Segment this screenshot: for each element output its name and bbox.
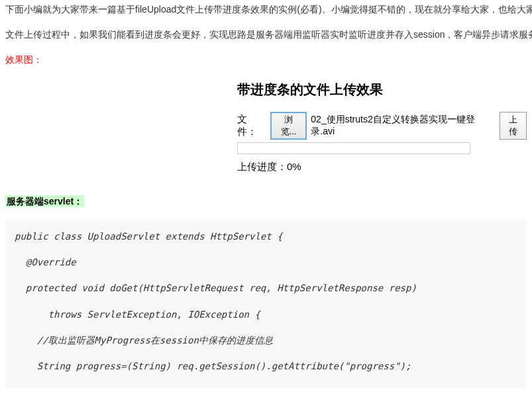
intro-paragraph-1: 下面小编就为大家带来一篇基于fileUpload文件上传带进度条效果的实例(必看… (5, 0, 527, 19)
demo-screenshot: 带进度条的文件上传效果 文件： 浏览... 02_使用struts2自定义转换器… (5, 74, 527, 187)
browse-button[interactable]: 浏览... (270, 112, 307, 140)
file-label: 文件： (237, 113, 266, 138)
progress-bar (237, 142, 470, 154)
upload-button[interactable]: 上传 (500, 112, 527, 140)
progress-text: 上传进度：0% (237, 161, 527, 173)
section-effect-heading: 效果图： (5, 50, 527, 69)
section-servlet-heading: 服务器端servlet： (5, 195, 84, 207)
file-chooser-row: 文件： 浏览... 02_使用struts2自定义转换器实现一键登录.avi 上… (237, 112, 527, 140)
intro-paragraph-2: 文件上传过程中，如果我们能看到进度条会更好，实现思路是服务器端用监听器实时监听进… (5, 25, 527, 44)
code-block: public class UploadServlet extends HttpS… (5, 220, 527, 388)
demo-title: 带进度条的文件上传效果 (237, 81, 527, 99)
selected-file-name: 02_使用struts2自定义转换器实现一键登录.avi (311, 114, 492, 138)
